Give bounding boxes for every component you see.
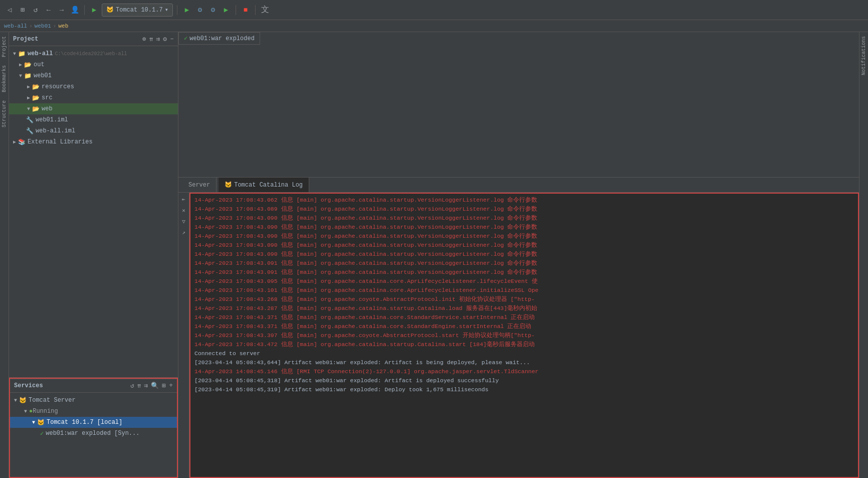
tab-catalina-label: Tomcat Catalina Log <box>234 182 303 189</box>
project-tab[interactable]: Project <box>1 32 8 61</box>
web-all-path: C:\code4idea2022\web-all <box>55 51 127 57</box>
log-line: 14-Apr-2023 17:08:43.090 信息 [main] org.a… <box>194 241 854 250</box>
tree-item-out[interactable]: ▶ 📂 out <box>9 59 178 70</box>
services-refresh-icon[interactable]: ↺ <box>130 382 134 390</box>
breadcrumb-web-all[interactable]: web-all <box>4 23 27 29</box>
log-line: [2023-04-14 05:08:45,318] Artifact web01… <box>194 376 854 385</box>
web01-iml-label: web01.iml <box>36 116 68 123</box>
web-all-iml-label: web-all.iml <box>36 127 75 134</box>
project-panel-title: Project <box>13 36 38 43</box>
services-expand-icon[interactable]: ⇉ <box>144 382 148 390</box>
tree-item-src[interactable]: ▶ 📂 src <box>9 92 178 103</box>
translate-icon[interactable]: 文 <box>260 5 271 16</box>
separator-2 <box>177 5 177 15</box>
build-icon[interactable]: ▶ <box>89 5 100 16</box>
log-line: 14-Apr-2023 17:08:43.091 信息 [main] org.a… <box>194 268 854 277</box>
right-vtabs: Notifications <box>859 32 868 478</box>
project-minimize-icon[interactable]: – <box>170 35 174 43</box>
top-toolbar: ◁ ⊞ ↺ ← → 👤 ▶ 🐱 Tomcat 10.1.7 ▾ ▶ ⚙ ⚙ ▶ … <box>0 0 868 20</box>
web-all-iml-icon: 🔧 <box>26 127 34 135</box>
web-all-icon: 📁 <box>18 50 26 58</box>
tree-item-web01-iml[interactable]: 🔧 web01.iml <box>9 114 178 125</box>
dropdown-arrow: ▾ <box>165 6 168 14</box>
web-all-label: web-all <box>28 50 53 57</box>
log-line: [2023-04-14 05:08:45,319] Artifact web01… <box>194 385 854 394</box>
project-expand-all-icon[interactable]: ⇉ <box>156 35 160 43</box>
project-collapse-all-icon[interactable]: ⇈ <box>149 35 153 43</box>
service-tomcat-local[interactable]: ▼ 🐱 Tomcat 10.1.7 [local] <box>10 417 177 428</box>
services-add-icon[interactable]: + <box>169 382 173 390</box>
web01-iml-icon: 🔧 <box>26 116 34 124</box>
ext-libs-icon: 📚 <box>18 138 26 146</box>
log-export-icon[interactable]: ↗ <box>179 228 188 237</box>
artifact-tag-label: web01:war exploded <box>189 35 255 42</box>
tab-server[interactable]: Server <box>182 178 216 192</box>
resources-icon: 📂 <box>32 83 40 91</box>
log-scroll-top-icon[interactable]: ⇤ <box>179 195 188 204</box>
tab-server-label: Server <box>188 182 210 189</box>
services-collapse-icon[interactable]: ⇈ <box>137 382 141 390</box>
bookmarks-tab[interactable]: Bookmarks <box>1 61 8 96</box>
separator-4 <box>255 5 256 15</box>
log-line: 14-Apr-2023 17:08:43.101 信息 [main] org.a… <box>194 286 854 295</box>
breadcrumb-web[interactable]: web <box>58 23 68 29</box>
tree-item-web-all[interactable]: ▼ 📁 web-all C:\code4idea2022\web-all <box>9 48 178 59</box>
log-line: 14-Apr-2023 17:08:43.268 信息 [main] org.a… <box>194 295 854 304</box>
tree-item-web01[interactable]: ▼ 📁 web01 <box>9 70 178 81</box>
refresh-icon[interactable]: ↺ <box>30 5 41 16</box>
left-panel: Project ⊕ ⇈ ⇉ ⚙ – ▼ 📁 web-all C:\code4id… <box>9 32 178 478</box>
navigate-back-icon[interactable]: ← <box>43 5 54 16</box>
navigate-forward-icon[interactable]: → <box>56 5 67 16</box>
run-config-label: Tomcat 10.1.7 <box>116 7 163 14</box>
tab-catalina-icon: 🐱 <box>225 181 232 189</box>
service-tomcat-server[interactable]: ▼ 🐱 Tomcat Server <box>10 395 177 406</box>
tree-item-resources[interactable]: ▶ 📂 resources <box>9 81 178 92</box>
web-label: web <box>42 105 53 112</box>
build-project-icon[interactable]: ⚙ <box>194 5 205 16</box>
run-config-dropdown[interactable]: 🐱 Tomcat 10.1.7 ▾ <box>102 4 173 17</box>
tomcat-instance-icon: 🐱 <box>37 419 45 426</box>
resources-label: resources <box>42 83 74 90</box>
build-module-icon[interactable]: ⚙ <box>207 5 219 16</box>
project-tree: ▼ 📁 web-all C:\code4idea2022\web-all ▶ 📂… <box>9 46 178 377</box>
services-title: Services <box>14 382 43 389</box>
breadcrumb-web01[interactable]: web01 <box>35 23 51 29</box>
ext-libs-label: External Libraries <box>28 138 93 145</box>
services-header: Services ↺ ⇈ ⇉ 🔍 ⊞ + <box>10 379 177 393</box>
project-panel: Project ⊕ ⇈ ⇉ ⚙ – ▼ 📁 web-all C:\code4id… <box>9 32 178 378</box>
log-line: Connected to server <box>194 349 854 358</box>
service-running-group[interactable]: ▼ ● Running <box>10 406 177 417</box>
services-tree-icon[interactable]: ⊞ <box>162 382 166 390</box>
log-line: 14-Apr-2023 14:08:45.146 信息 [RMI TCP Con… <box>194 367 854 376</box>
project-header: Project ⊕ ⇈ ⇉ ⚙ – <box>9 32 178 46</box>
tab-catalina-log[interactable]: 🐱 Tomcat Catalina Log <box>219 178 309 192</box>
tomcat-server-icon: 🐱 <box>19 397 27 404</box>
services-filter-icon[interactable]: 🔍 <box>151 382 159 390</box>
run-manager-icon[interactable]: 👤 <box>69 5 80 16</box>
run-button[interactable]: ▶ <box>181 5 192 16</box>
tree-item-web[interactable]: ▼ 📂 web <box>9 103 178 114</box>
tomcat-local-label: Tomcat 10.1.7 [local] <box>47 419 122 426</box>
run-with-coverage-icon[interactable]: ▶ <box>221 5 232 16</box>
vertical-tabs-left: Project Bookmarks Structure <box>0 32 9 478</box>
stop-button[interactable]: ■ <box>240 5 251 16</box>
service-web01-artifact[interactable]: ✓ web01:war exploded [Syn... <box>10 428 177 439</box>
project-options-icon[interactable]: ⊕ <box>142 35 146 43</box>
artifact-tag-box: ✓ web01:war exploded <box>178 32 260 45</box>
structure-tab[interactable]: Structure <box>1 96 8 131</box>
log-toolbar: Server 🐱 Tomcat Catalina Log <box>178 178 859 193</box>
log-filter-icon[interactable]: ▽ <box>179 217 188 226</box>
tree-item-ext-libs[interactable]: ▶ 📚 External Libraries <box>9 136 178 147</box>
notifications-tab[interactable]: Notifications <box>860 32 867 79</box>
log-clear-icon[interactable]: ✕ <box>179 206 188 215</box>
services-panel: Services ↺ ⇈ ⇉ 🔍 ⊞ + ▼ 🐱 Tomcat Server <box>9 378 178 478</box>
log-line: 14-Apr-2023 17:08:43.089 信息 [main] org.a… <box>194 205 854 214</box>
recent-files-icon[interactable]: ⊞ <box>17 5 28 16</box>
log-line: 14-Apr-2023 17:08:43.397 信息 [main] org.a… <box>194 331 854 340</box>
back-button[interactable]: ◁ <box>4 5 15 16</box>
tomcat-server-label: Tomcat Server <box>29 397 76 404</box>
log-line: 14-Apr-2023 17:08:43.472 信息 [main] org.a… <box>194 340 854 349</box>
log-line: 14-Apr-2023 17:08:43.062 信息 [main] org.a… <box>194 196 854 205</box>
project-settings-icon[interactable]: ⚙ <box>163 35 167 43</box>
tree-item-web-all-iml[interactable]: 🔧 web-all.iml <box>9 125 178 136</box>
